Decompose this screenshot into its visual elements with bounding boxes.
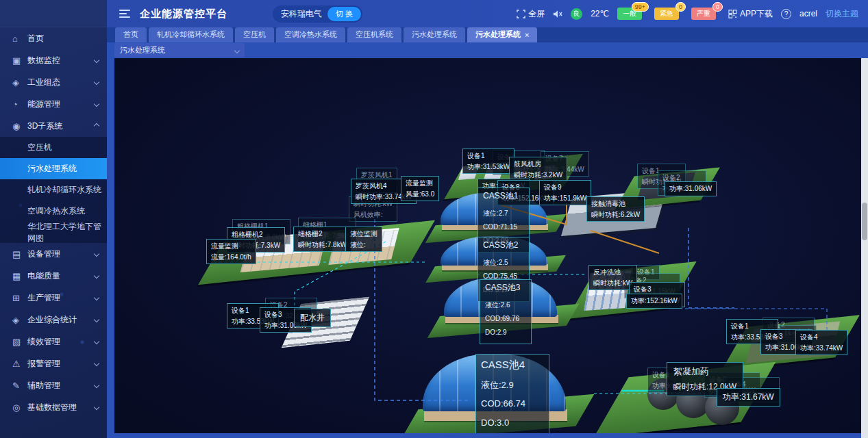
device-label: 功率:152.16kW: [626, 294, 682, 309]
sidebar-menu: ⌂首页▣数据监控◈工业组态◔能源管理◉3D子系统空压机污水处理系统轧机冷却循环水…: [0, 27, 107, 418]
tab[interactable]: 首页: [115, 27, 147, 42]
tab-label: 污水处理系统: [475, 29, 521, 40]
device-label: 设备4功率:33.74kW: [795, 330, 847, 355]
chevron-up-icon: [94, 123, 99, 129]
sidebar-item[interactable]: ⚠报警管理: [0, 352, 107, 374]
alarm-badge-severe[interactable]: 严重0: [691, 8, 716, 20]
energy-mgmt-icon: ◔: [12, 99, 27, 110]
label-CASS池3: CASS池3液位:2.6COD:69.76DO:2.9: [480, 279, 532, 344]
chevron-down-icon: [94, 295, 99, 300]
sidebar-item[interactable]: ◈企业综合统计: [0, 309, 107, 331]
enterprise-stats-icon: ◈: [12, 315, 27, 325]
sidebar-item[interactable]: ▤设备管理: [0, 243, 107, 265]
scene-3d[interactable]: 罗茨风机1功率:kW罗茨风机4瞬时功率:33.74kW瞬时功耗:kW风机效率:流…: [114, 58, 861, 433]
device-label: 液位监测液位:: [345, 227, 382, 252]
header: 企业能源管控平台 安科瑞电气 切 换 全屏 良 22℃ 一般99+: [107, 0, 868, 27]
sidebar-item[interactable]: ✎辅助管理: [0, 374, 107, 396]
tab-label: 轧机冷却循环水系统: [157, 29, 225, 40]
alarm-badge-urgent[interactable]: 紧急0: [654, 8, 679, 20]
header-actions: 全屏 良 22℃ 一般99+ 紧急0 严重0 APP下载: [517, 8, 858, 20]
tab[interactable]: 空压机系统: [347, 27, 401, 42]
sidebar-item[interactable]: ⊞生产管理: [0, 287, 107, 309]
chevron-down-icon: [94, 383, 99, 388]
switch-company-button[interactable]: 切 换: [327, 7, 361, 21]
chevron-down-icon: [94, 273, 99, 279]
sidebar-subitem[interactable]: 华北理工大学地下管网图: [0, 222, 107, 243]
mute-icon[interactable]: [553, 10, 562, 18]
performance-mgmt-icon: ▧: [12, 337, 27, 347]
theme-switch-link[interactable]: 切换主题: [826, 8, 858, 20]
app-download-button[interactable]: APP下载: [728, 8, 773, 20]
tab-label: 污水处理系统: [412, 29, 457, 40]
sidebar-item-label: 基础数据管理: [27, 402, 95, 413]
system-select-value: 污水处理系统: [120, 45, 165, 55]
device-label: 设备1功率:31.53kW: [462, 149, 514, 174]
3d-subsystem-icon: ◉: [12, 121, 27, 131]
tab[interactable]: 污水处理系统: [404, 27, 465, 42]
sidebar-subitem[interactable]: 污水处理系统: [0, 158, 107, 179]
fullscreen-icon: [517, 10, 525, 18]
main-area: 企业能源管控平台 安科瑞电气 切 换 全屏 良 22℃ 一般99+: [107, 0, 868, 438]
base-data-mgmt-icon: ◎: [12, 402, 27, 413]
sidebar-item[interactable]: ⌂首页: [0, 27, 107, 49]
sidebar-item-label: 电能质量: [27, 270, 95, 282]
tab[interactable]: 空调冷热水系统: [276, 27, 345, 42]
sidebar-item[interactable]: ▣数据监控: [0, 49, 107, 71]
device-label: 流量监测流量:164.0t/h: [206, 239, 256, 264]
sidebar-logo-area: [0, 0, 107, 27]
help-icon[interactable]: ?: [781, 9, 791, 19]
username: acrel: [799, 9, 817, 18]
company-name: 安科瑞电气: [281, 8, 322, 20]
close-tab-icon[interactable]: [525, 31, 529, 39]
power-quality-icon: ▦: [12, 271, 27, 281]
sidebar-subitem[interactable]: 空调冷热水系统: [0, 201, 107, 222]
sidebar-subitem[interactable]: 空压机: [0, 137, 107, 158]
device-label: 功率:31.67kW: [717, 388, 780, 407]
tab-label: 空压机系统: [356, 29, 393, 40]
sidebar-item-label: 能源管理: [27, 99, 95, 110]
menu-toggle-icon[interactable]: [119, 10, 130, 18]
tab-label: 空调冷热水系统: [284, 29, 337, 40]
sidebar-item[interactable]: ▧绩效管理: [0, 331, 107, 352]
device-label: 接触消毒池瞬时功耗:6.2kW: [586, 196, 645, 222]
sidebar-item-label: 3D子系统: [27, 120, 95, 132]
scrollbar[interactable]: [861, 58, 868, 438]
sidebar: ⌂首页▣数据监控◈工业组态◔能源管理◉3D子系统空压机污水处理系统轧机冷却循环水…: [0, 0, 107, 438]
tab[interactable]: 污水处理系统: [467, 27, 537, 42]
sidebar-item[interactable]: ◈工业组态: [0, 71, 107, 93]
data-monitor-icon: ▣: [12, 55, 27, 66]
chevron-down-icon: [94, 79, 99, 85]
device-label: 设备9功率:151.9kW: [539, 180, 591, 205]
chevron-down-icon: [94, 317, 99, 322]
temperature: 22℃: [591, 9, 609, 18]
chevron-down-icon: [94, 251, 99, 257]
app-root: ⌂首页▣数据监控◈工业组态◔能源管理◉3D子系统空压机污水处理系统轧机冷却循环水…: [0, 0, 868, 438]
chevron-down-icon: [94, 57, 99, 63]
tab[interactable]: 轧机冷却循环水系统: [149, 27, 233, 42]
sidebar-item-label: 企业综合统计: [27, 314, 95, 326]
sidebar-item[interactable]: ◎基础数据管理: [0, 396, 107, 418]
device-label: 细格栅2瞬时功耗:7.8kW: [293, 227, 351, 252]
chevron-down-icon: [94, 101, 99, 107]
tab[interactable]: 空压机: [235, 27, 274, 42]
sidebar-item-label: 数据监控: [27, 55, 95, 66]
sidebar-item[interactable]: ◉3D子系统: [0, 115, 107, 137]
chevron-down-icon: [94, 404, 99, 410]
air-quality-badge: 良: [571, 8, 582, 20]
tab-label: 空压机: [243, 29, 266, 40]
sidebar-item[interactable]: ▦电能质量: [0, 265, 107, 287]
system-select[interactable]: 污水处理系统: [114, 43, 245, 57]
sidebar-item[interactable]: ◔能源管理: [0, 93, 107, 115]
sidebar-item-label: 报警管理: [27, 358, 95, 370]
scrollbar-thumb[interactable]: [862, 203, 867, 240]
alarm-badge-general[interactable]: 一般99+: [617, 8, 642, 20]
qr-code-icon: [728, 10, 737, 18]
sidebar-subitem[interactable]: 轧机冷却循环水系统: [0, 179, 107, 201]
fullscreen-button[interactable]: 全屏: [517, 8, 545, 20]
industrial-config-icon: ◈: [12, 77, 27, 88]
sidebar-item-label: 设备管理: [27, 248, 95, 260]
production-mgmt-icon: ⊞: [12, 293, 27, 303]
home-icon: ⌂: [12, 34, 27, 44]
auxiliary-mgmt-icon: ✎: [12, 381, 27, 391]
company-switcher[interactable]: 安科瑞电气 切 换: [273, 5, 362, 23]
